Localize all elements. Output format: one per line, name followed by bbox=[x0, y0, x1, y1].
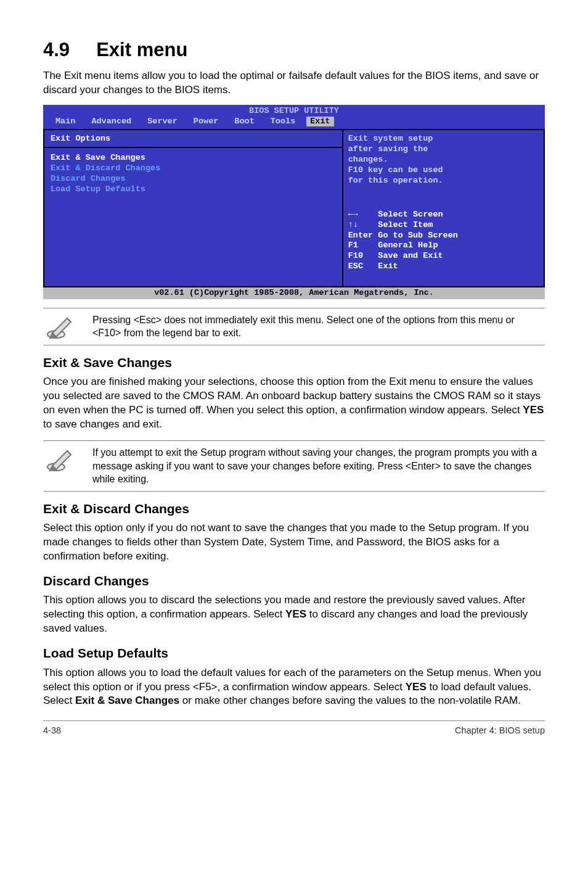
page-footer: 4-38 Chapter 4: BIOS setup bbox=[43, 720, 545, 737]
bios-tab-main: Main bbox=[51, 117, 86, 127]
bios-tabs: Main Advanced Server Power Boot Tools Ex… bbox=[43, 117, 545, 130]
bios-screenshot: BIOS SETUP UTILITY Main Advanced Server … bbox=[43, 105, 545, 299]
bold-yes: YES bbox=[285, 608, 306, 620]
subheading-load-defaults: Load Setup Defaults bbox=[43, 645, 545, 662]
bios-key-line: ←→ Select Screen bbox=[348, 210, 539, 220]
bios-help-line: F10 key can be used bbox=[348, 165, 539, 176]
section-heading: 4.9 Exit menu bbox=[43, 37, 545, 63]
bold-yes: YES bbox=[406, 681, 427, 693]
bios-item-exit-save: Exit & Save Changes bbox=[51, 153, 336, 163]
bios-options-title: Exit Options bbox=[51, 134, 336, 144]
paragraph-exit-save: Once you are finished making your select… bbox=[43, 375, 545, 432]
page-number: 4-38 bbox=[43, 725, 61, 737]
text-span: to save changes and exit. bbox=[43, 418, 162, 430]
bios-tab-tools: Tools bbox=[266, 117, 307, 127]
bios-key-line: ↑↓ Select Item bbox=[348, 220, 539, 231]
chapter-label: Chapter 4: BIOS setup bbox=[455, 725, 545, 737]
bios-tab-power: Power bbox=[189, 117, 230, 127]
note-text-1: Pressing <Esc> does not immediately exit… bbox=[92, 313, 544, 340]
bios-header: BIOS SETUP UTILITY bbox=[43, 105, 545, 117]
intro-paragraph: The Exit menu items allow you to load th… bbox=[43, 69, 545, 97]
bios-key-line: ESC Exit bbox=[348, 262, 539, 272]
bios-key-legend: ←→ Select Screen ↑↓ Select Item Enter Go… bbox=[348, 210, 539, 283]
note-text-2: If you attempt to exit the Setup program… bbox=[92, 446, 544, 486]
bios-help-line: for this operation. bbox=[348, 176, 539, 186]
bios-left-pane: Exit Options Exit & Save Changes Exit & … bbox=[43, 130, 342, 287]
subheading-exit-save: Exit & Save Changes bbox=[43, 354, 545, 371]
paragraph-discard: This option allows you to discard the se… bbox=[43, 593, 545, 636]
subheading-exit-discard: Exit & Discard Changes bbox=[43, 500, 545, 518]
paragraph-load-defaults: This option allows you to load the defau… bbox=[43, 666, 545, 709]
section-number: 4.9 bbox=[43, 39, 70, 60]
bios-divider bbox=[44, 147, 342, 148]
bios-item-exit-discard: Exit & Discard Changes bbox=[51, 163, 336, 174]
bold-yes: YES bbox=[523, 404, 544, 416]
section-title-text: Exit menu bbox=[96, 39, 187, 60]
pencil-icon bbox=[44, 446, 78, 472]
bios-help-line: after saving the bbox=[348, 144, 539, 155]
bios-item-load-defaults: Load Setup Defaults bbox=[51, 184, 336, 195]
bios-key-line: Enter Go to Sub Screen bbox=[348, 231, 539, 241]
subheading-discard: Discard Changes bbox=[43, 572, 545, 590]
note-box-1: Pressing <Esc> does not immediately exit… bbox=[43, 308, 545, 345]
note-box-2: If you attempt to exit the Setup program… bbox=[43, 440, 545, 492]
paragraph-exit-discard: Select this option only if you do not wa… bbox=[43, 521, 545, 564]
bios-tab-exit: Exit bbox=[306, 117, 333, 127]
bold-exit-save: Exit & Save Changes bbox=[75, 695, 179, 706]
bios-key-line: F1 General Help bbox=[348, 241, 539, 251]
bios-tab-boot: Boot bbox=[229, 117, 265, 127]
bios-help-line: changes. bbox=[348, 155, 539, 165]
text-span: Once you are finished making your select… bbox=[43, 376, 541, 416]
bios-tab-advanced: Advanced bbox=[86, 117, 142, 127]
bios-footer: v02.61 (C)Copyright 1985-2008, American … bbox=[43, 287, 545, 299]
bios-item-discard: Discard Changes bbox=[51, 174, 336, 184]
bios-right-pane: Exit system setup after saving the chang… bbox=[342, 130, 545, 287]
bios-key-line: F10 Save and Exit bbox=[348, 251, 539, 262]
pencil-icon bbox=[44, 313, 78, 339]
bios-help-line: Exit system setup bbox=[348, 134, 539, 144]
text-span: or make other changes before saving the … bbox=[179, 695, 521, 706]
bios-tab-server: Server bbox=[142, 117, 189, 127]
